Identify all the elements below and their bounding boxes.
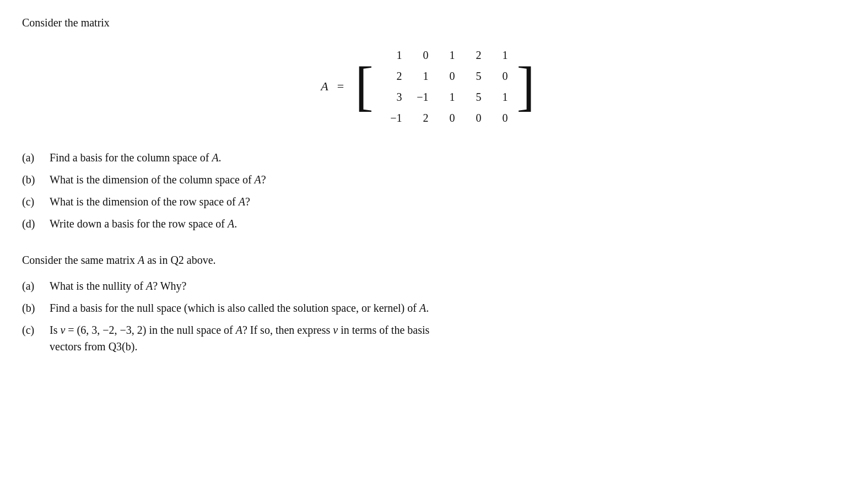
matrix-cell: 5 xyxy=(472,91,484,104)
matrix-cell: 1 xyxy=(499,49,511,62)
matrix-cell: −1 xyxy=(413,91,431,104)
question-text-2a: What is the nullity of A? Why? xyxy=(50,278,186,294)
question-1d: (d) Write down a basis for the row space… xyxy=(22,215,836,232)
equals-sign: = xyxy=(337,79,344,94)
matrix-cell: 1 xyxy=(446,91,458,104)
matrix-cell: 3 xyxy=(393,91,405,104)
question-2a: (a) What is the nullity of A? Why? xyxy=(22,278,836,294)
section2-intro: Consider the same matrix A as in Q2 abov… xyxy=(22,254,836,267)
question-1b: (b) What is the dimension of the column … xyxy=(22,171,836,188)
matrix-cell: 0 xyxy=(499,70,511,83)
question-label-2c: (c) xyxy=(22,322,50,338)
question-label-2b: (b) xyxy=(22,300,50,316)
question-text-1c: What is the dimension of the row space o… xyxy=(50,193,250,210)
matrix-grid: 10121210503−1151−12000 xyxy=(375,40,514,133)
question-2b: (b) Find a basis for the null space (whi… xyxy=(22,300,836,316)
question-text-2b: Find a basis for the null space (which i… xyxy=(50,300,429,316)
section1-questions: (a) Find a basis for the column space of… xyxy=(22,149,836,232)
question-label-1c: (c) xyxy=(22,193,50,210)
question-label-1a: (a) xyxy=(22,149,50,166)
matrix-cell: 0 xyxy=(446,112,458,124)
matrix-cell: 5 xyxy=(472,70,484,83)
matrix-cell: −1 xyxy=(387,112,405,124)
question-2c: (c) Is v = (6, 3, −2, −3, 2) in the null… xyxy=(22,322,836,355)
question-1a: (a) Find a basis for the column space of… xyxy=(22,149,836,166)
question-1c: (c) What is the dimension of the row spa… xyxy=(22,193,836,210)
question-label-2a: (a) xyxy=(22,278,50,294)
matrix-cell: 0 xyxy=(472,112,484,124)
left-bracket: [ xyxy=(353,40,375,133)
question-label-1d: (d) xyxy=(22,215,50,232)
matrix-brackets: [ 10121210503−1151−12000 ] xyxy=(353,40,537,133)
matrix-cell: 1 xyxy=(499,91,511,104)
matrix-cell: 0 xyxy=(446,70,458,83)
matrix-cell: 2 xyxy=(393,70,405,83)
question-text-1b: What is the dimension of the column spac… xyxy=(50,171,266,188)
section2-questions: (a) What is the nullity of A? Why? (b) F… xyxy=(22,278,836,355)
matrix-cell: 2 xyxy=(419,112,431,124)
section1-intro: Consider the matrix xyxy=(22,17,836,29)
matrix-display: A = [ 10121210503−1151−12000 ] xyxy=(22,40,836,133)
question-text-1d: Write down a basis for the row space of … xyxy=(50,215,237,232)
matrix-cell: 0 xyxy=(499,112,511,124)
matrix-cell: 0 xyxy=(419,49,431,62)
matrix-cell: 1 xyxy=(446,49,458,62)
right-bracket: ] xyxy=(514,40,537,133)
matrix-cell: 2 xyxy=(472,49,484,62)
question-text-1a: Find a basis for the column space of A. xyxy=(50,149,222,166)
matrix-cell: 1 xyxy=(393,49,405,62)
matrix-cell: 1 xyxy=(419,70,431,83)
question-label-1b: (b) xyxy=(22,171,50,188)
matrix-label: A xyxy=(321,79,328,94)
question-text-2c: Is v = (6, 3, −2, −3, 2) in the null spa… xyxy=(50,322,429,355)
